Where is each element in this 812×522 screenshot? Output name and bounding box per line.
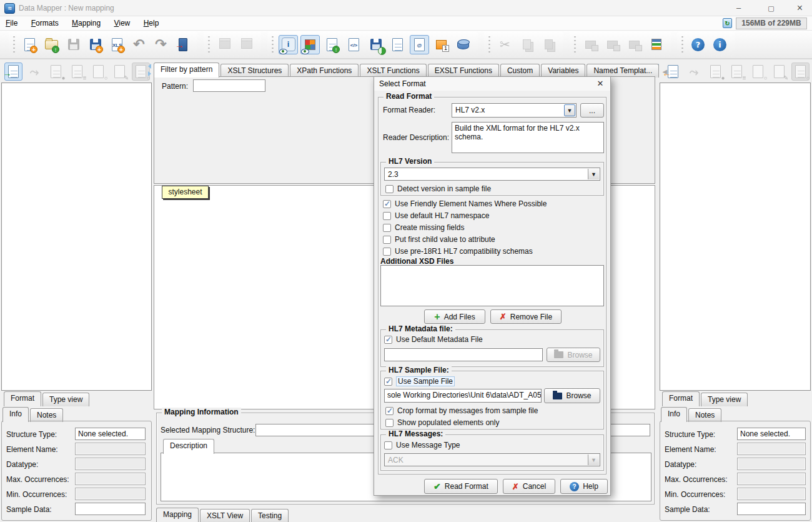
- database-icon[interactable]: [453, 35, 473, 54]
- toolbar-drag-handle[interactable]: [12, 35, 16, 54]
- field-label: Element Name:: [6, 445, 58, 454]
- menu-file[interactable]: File: [0, 16, 23, 30]
- save-mapping-as-icon[interactable]: [86, 35, 105, 54]
- help-button[interactable]: Help: [560, 479, 608, 494]
- splitter-collapse-icon[interactable]: [148, 64, 151, 69]
- tab-testing[interactable]: Testing: [251, 509, 289, 522]
- menu-view[interactable]: View: [108, 16, 136, 30]
- tab-format[interactable]: Format: [4, 391, 41, 406]
- menu-mapping[interactable]: Mapping: [66, 16, 106, 30]
- pattern-input[interactable]: [193, 79, 265, 92]
- tab-xslt-view[interactable]: XSLT View: [200, 509, 250, 522]
- toolbar-drag-handle[interactable]: [488, 35, 491, 54]
- tab-variables[interactable]: Variables: [541, 64, 585, 78]
- use-sample-file-checkbox[interactable]: [384, 378, 392, 386]
- tab-xslt-structures[interactable]: XSLT Structures: [220, 64, 289, 78]
- tree-map-icon[interactable]: [646, 35, 666, 54]
- splitter-expand-icon[interactable]: [148, 71, 151, 76]
- option-label: Create missing fields: [395, 223, 464, 232]
- tab-mapping[interactable]: Mapping: [156, 508, 199, 522]
- format-reader-combo[interactable]: HL7 v2.x: [452, 103, 577, 118]
- hl7-version-combo[interactable]: 2.3: [384, 168, 600, 181]
- menu-help[interactable]: Help: [138, 16, 165, 30]
- crop-format-checkbox[interactable]: [385, 407, 394, 415]
- right-format-tree[interactable]: [660, 83, 811, 391]
- populated-only-checkbox[interactable]: [385, 419, 394, 427]
- view-source-icon[interactable]: </>: [344, 35, 364, 54]
- tab-info[interactable]: Info: [2, 407, 29, 422]
- write-format-icon[interactable]: [664, 63, 682, 81]
- tab-named-templates[interactable]: Named Templat...: [587, 64, 659, 78]
- tab-custom[interactable]: Custom: [500, 64, 540, 78]
- redo-icon[interactable]: ↷: [151, 35, 171, 54]
- validate-icon[interactable]: [322, 35, 342, 54]
- undo-icon[interactable]: ↶: [129, 35, 149, 54]
- tab-filter-by-pattern[interactable]: Filter by pattern: [154, 63, 219, 78]
- read-format-icon[interactable]: [4, 63, 22, 81]
- sample-browse-button[interactable]: Browse: [544, 388, 600, 403]
- new-mapping-icon[interactable]: [20, 35, 39, 54]
- chevron-down-icon[interactable]: [588, 169, 599, 179]
- sample-path-input[interactable]: sole Working Directories\Unit 6\data\ADT…: [384, 389, 542, 403]
- tab-description[interactable]: Description: [163, 439, 214, 454]
- stylesheet-node[interactable]: stylesheet: [162, 186, 209, 199]
- minimize-icon[interactable]: [725, 0, 753, 16]
- detect-version-checkbox[interactable]: [385, 185, 394, 193]
- friendly-names-checkbox[interactable]: [383, 200, 391, 208]
- additional-xsd-list[interactable]: [380, 265, 604, 306]
- add-files-button[interactable]: Add Files: [424, 309, 485, 324]
- field-label: Datatype:: [665, 460, 696, 469]
- first-child-attribute-checkbox[interactable]: [383, 236, 391, 244]
- dialog-close-icon[interactable]: [595, 77, 605, 91]
- tab-notes[interactable]: Notes: [30, 408, 63, 422]
- sample-data-value: [737, 503, 806, 515]
- use-message-type-checkbox[interactable]: [384, 441, 392, 449]
- cancel-button[interactable]: Cancel: [503, 479, 555, 494]
- map-block-up-icon: [603, 35, 622, 54]
- garbage-collect-icon[interactable]: [723, 18, 732, 28]
- toolbar-drag-handle[interactable]: [271, 35, 274, 54]
- tab-info[interactable]: Info: [661, 407, 687, 422]
- crop-format-label: Crop format by messages from sample file: [397, 406, 538, 415]
- memory-indicator[interactable]: 156MB of 229MB: [736, 18, 807, 29]
- tree-numbering-icon[interactable]: [432, 35, 451, 54]
- tab-xslt-functions[interactable]: XSLT Functions: [360, 64, 426, 78]
- batch-add-icon: [215, 35, 234, 54]
- default-namespace-checkbox[interactable]: [383, 212, 391, 220]
- show-info-view-icon[interactable]: i: [279, 35, 298, 54]
- tab-type-view[interactable]: Type view: [701, 393, 748, 406]
- toolbar-drag-handle[interactable]: [573, 35, 577, 54]
- maximize-icon[interactable]: [757, 0, 785, 16]
- about-icon[interactable]: i: [710, 35, 730, 54]
- show-grid-view-icon[interactable]: [300, 35, 320, 54]
- chevron-down-icon[interactable]: [564, 104, 575, 116]
- open-mapping-icon[interactable]: [42, 35, 61, 54]
- metadata-path-input[interactable]: [384, 348, 543, 361]
- remove-file-button[interactable]: Remove File: [490, 309, 562, 324]
- view-log-icon[interactable]: [388, 35, 407, 54]
- tab-format[interactable]: Format: [662, 391, 700, 406]
- tab-type-view[interactable]: Type view: [42, 393, 89, 406]
- left-format-tree[interactable]: [1, 83, 152, 391]
- pre18r1-compat-checkbox[interactable]: [383, 248, 391, 256]
- xpath-document-icon[interactable]: @: [410, 35, 429, 54]
- help-icon[interactable]: ?: [688, 35, 708, 54]
- detect-version-label: Detect version in sample file: [397, 184, 491, 193]
- use-default-metadata-checkbox[interactable]: [384, 336, 392, 344]
- toolbar-drag-handle[interactable]: [207, 35, 210, 54]
- read-format-button[interactable]: Read Format: [424, 479, 498, 494]
- menu-formats[interactable]: Formats: [26, 16, 64, 30]
- tab-exslt-functions[interactable]: EXSLT Functions: [428, 64, 499, 78]
- menu-bar: File Formats Mapping View Help: [0, 16, 812, 31]
- close-icon[interactable]: [786, 0, 812, 16]
- new-xls-mapping-icon[interactable]: XLS: [107, 35, 127, 54]
- format-reader-more-button[interactable]: ...: [580, 103, 604, 118]
- field-label: Max. Occurrences:: [6, 475, 69, 484]
- toolbar-drag-handle[interactable]: [681, 35, 684, 54]
- create-missing-fields-checkbox[interactable]: [383, 224, 391, 232]
- autosave-icon[interactable]: [366, 35, 385, 54]
- sample-data-value: [75, 503, 146, 515]
- tab-notes[interactable]: Notes: [688, 408, 721, 422]
- tab-xpath-functions[interactable]: XPath Functions: [290, 64, 359, 78]
- close-mapping-icon[interactable]: [173, 35, 192, 54]
